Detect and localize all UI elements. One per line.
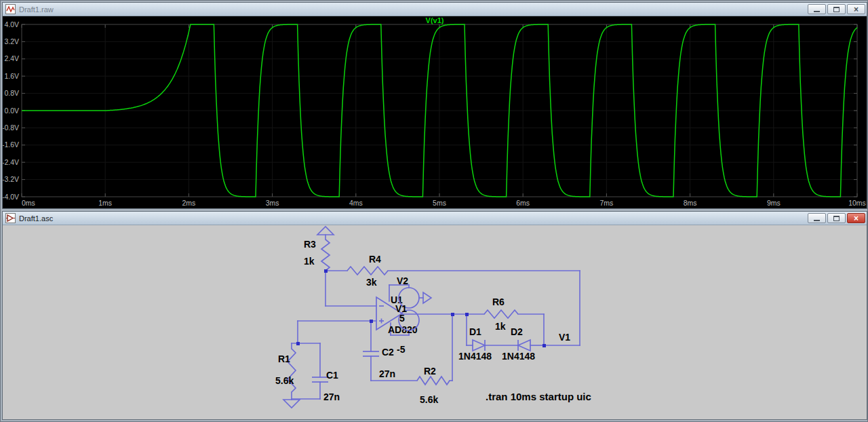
waveform-window-title: Draft1.raw — [19, 5, 54, 14]
minimize-button[interactable] — [808, 4, 826, 14]
resistor-R3[interactable]: R3 1k — [304, 239, 330, 271]
x-axis-tick-label: 5ms — [433, 199, 446, 207]
x-axis-tick-label: 7ms — [599, 199, 613, 207]
y-axis-tick-label: 2.4V — [4, 54, 19, 62]
component-value: 1k — [495, 321, 506, 332]
maximize-icon — [833, 216, 840, 221]
capacitor-C2[interactable]: C2 27n — [363, 347, 395, 379]
close-button[interactable]: × — [847, 4, 865, 14]
close-icon: × — [854, 5, 859, 14]
component-name: R6 — [492, 296, 505, 307]
trace-legend-label[interactable]: V(v1) — [426, 16, 444, 24]
resistor-R1[interactable]: R1 5.6k — [275, 349, 296, 392]
wire-junctions — [296, 269, 546, 347]
schematic-canvas[interactable]: R3 1k R4 3k R6 1k R2 — [3, 225, 867, 419]
x-axis-tick-label: 2ms — [182, 199, 195, 207]
component-value: 27n — [379, 368, 395, 379]
x-axis-tick-label: 10ms — [848, 199, 866, 207]
component-value: -5 — [397, 344, 406, 355]
component-value: 5 — [399, 313, 405, 324]
ground-symbol-down[interactable] — [283, 400, 300, 408]
waveform-plot-canvas[interactable]: V(v1) 4.0V3.2V2.4V1.6V0.8V0.0V-0.8V-1.6V… — [3, 16, 867, 208]
component-value: 1k — [304, 256, 315, 267]
y-axis-tick-label: -3.2V — [3, 175, 19, 183]
component-value: 27n — [323, 391, 340, 402]
component-name: R1 — [278, 353, 290, 364]
y-axis-tick-label: 1.6V — [4, 72, 19, 80]
waveform-window: Draft1.raw × V(v1) 4.0V3.2V2.4V1.6V0.8V0… — [2, 2, 867, 209]
close-icon: × — [854, 214, 859, 223]
x-axis-tick-label: 1ms — [98, 199, 112, 207]
resistor-R2[interactable]: R2 5.6k — [417, 366, 450, 405]
schematic-titlebar[interactable]: Draft1.asc × — [3, 212, 867, 225]
x-axis-tick-label: 3ms — [266, 199, 279, 207]
opamp-U1[interactable]: U1 AD820 — [376, 294, 418, 335]
component-name: V2 — [397, 275, 408, 286]
y-axis-tick-label: 4.0V — [4, 20, 19, 28]
schematic-window-title: Draft1.asc — [19, 214, 53, 223]
waveform-window-controls: × — [806, 4, 865, 14]
net-label-v1[interactable]: V1 — [559, 332, 570, 343]
component-value: 3k — [366, 277, 377, 288]
component-value: 5.6k — [420, 394, 438, 405]
x-axis-tick-label: 0ms — [22, 199, 35, 207]
component-name: R4 — [369, 254, 381, 265]
component-name: R2 — [424, 366, 436, 377]
x-axis-tick-label: 6ms — [516, 199, 530, 207]
maximize-button[interactable] — [827, 4, 846, 14]
maximize-icon — [833, 7, 840, 12]
component-value: 5.6k — [275, 375, 294, 386]
component-name: C1 — [326, 370, 338, 381]
spice-directive[interactable]: .tran 10ms startup uic — [486, 391, 591, 402]
component-value: 1N4148 — [502, 351, 535, 362]
component-name: D2 — [511, 326, 523, 337]
minimize-icon — [814, 220, 820, 221]
x-axis-tick-label: 4ms — [349, 199, 363, 207]
resistor-R4[interactable]: R4 3k — [347, 254, 388, 288]
minimize-button[interactable] — [808, 213, 826, 223]
capacitor-C1[interactable]: C1 27n — [312, 370, 340, 402]
diode-D1[interactable]: D1 1N4148 — [458, 326, 492, 362]
maximize-button[interactable] — [827, 213, 846, 223]
ground-symbol-up[interactable] — [317, 227, 334, 235]
waveform-titlebar[interactable]: Draft1.raw × — [3, 3, 867, 16]
diode-D2[interactable]: D2 1N4148 — [502, 326, 535, 362]
waveform-plot-pane[interactable]: V(v1) 4.0V3.2V2.4V1.6V0.8V0.0V-0.8V-1.6V… — [3, 16, 867, 208]
minimize-icon — [814, 11, 820, 12]
y-axis-tick-label: 0.8V — [4, 89, 19, 97]
waveform-window-icon[interactable] — [5, 4, 16, 14]
component-name: C2 — [382, 347, 394, 358]
component-name: R3 — [304, 239, 316, 250]
close-button[interactable]: × — [847, 213, 865, 223]
component-value: 1N4148 — [458, 351, 492, 362]
y-axis-tick-label: 3.2V — [4, 37, 19, 45]
y-axis-tick-label: -4.0V — [3, 193, 19, 201]
ground-symbol-right[interactable] — [423, 292, 431, 303]
x-axis-tick-label: 9ms — [767, 199, 781, 207]
schematic-window: Draft1.asc × — [2, 211, 867, 420]
y-axis-tick-label: -1.6V — [3, 140, 19, 149]
y-axis-tick-label: 0.0V — [4, 107, 19, 115]
component-name: D1 — [469, 326, 481, 337]
ltspice-app: Draft1.raw × V(v1) 4.0V3.2V2.4V1.6V0.8V0… — [0, 0, 868, 422]
schematic-window-controls: × — [806, 213, 865, 223]
x-axis-tick-label: 8ms — [684, 199, 697, 207]
y-axis-tick-label: -0.8V — [3, 123, 19, 132]
schematic-window-icon[interactable] — [5, 213, 16, 223]
y-axis-tick-label: -2.4V — [3, 158, 19, 166]
